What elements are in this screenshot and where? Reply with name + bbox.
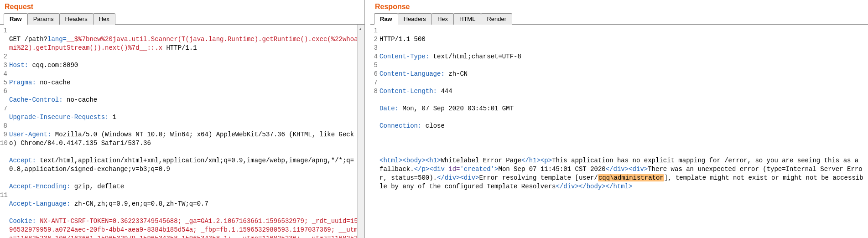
response-line-1[interactable]: HTTP/1.1 500 xyxy=(379,35,864,44)
response-code-area: 1234 567 8 HTTP/1.1 500 Content-Type: te… xyxy=(370,25,868,238)
request-line-6[interactable]: User-Agent: Mozilla/5.0 (Windows NT 10.0… xyxy=(9,130,361,148)
request-tab-hex[interactable]: Hex xyxy=(93,13,115,25)
response-code[interactable]: HTTP/1.1 500 Content-Type: text/html;cha… xyxy=(379,26,868,238)
response-tab-render[interactable]: Render xyxy=(481,13,512,25)
request-tab-headers[interactable]: Headers xyxy=(59,13,94,25)
request-line-7[interactable]: Accept: text/html,application/xhtml+xml,… xyxy=(9,156,361,174)
panels-container: Request Raw Params Headers Hex 1 2345 6 … xyxy=(0,0,868,238)
highlighted-result: cqq\administrator xyxy=(598,174,664,181)
request-line-2[interactable]: Host: cqq.com:8090 xyxy=(9,61,361,70)
response-tab-headers[interactable]: Headers xyxy=(398,13,432,25)
response-line-2[interactable]: Content-Type: text/html;charset=UTF-8 xyxy=(379,52,864,61)
response-tabs: Raw Headers Hex HTML Render xyxy=(370,13,868,25)
response-title: Response xyxy=(370,0,868,13)
request-line-10[interactable]: Cookie: NX-ANTI-CSRF-TOKEN=0.36223374954… xyxy=(9,217,361,238)
response-tab-hex[interactable]: Hex xyxy=(431,13,454,25)
request-code-area: 1 2345 6 7 89 10 11 GET /path?lang=__$%7… xyxy=(0,25,364,238)
request-line-5[interactable]: Upgrade-Insecure-Requests: 1 xyxy=(9,113,361,122)
request-line-8[interactable]: Accept-Encoding: gzip, deflate xyxy=(9,182,361,191)
response-tab-raw[interactable]: Raw xyxy=(374,13,398,25)
response-line-7[interactable] xyxy=(379,139,864,148)
response-panel: Response Raw Headers Hex HTML Render 123… xyxy=(365,0,868,238)
request-code[interactable]: GET /path?lang=__$%7bnew%20java.util.Sca… xyxy=(9,26,364,238)
response-line-5[interactable]: Date: Mon, 07 Sep 2020 03:45:01 GMT xyxy=(379,104,864,113)
request-gutter: 1 2345 6 7 89 10 11 xyxy=(0,26,9,238)
response-line-6[interactable]: Connection: close xyxy=(379,122,864,130)
response-line-3[interactable]: Content-Language: zh-CN xyxy=(379,70,864,78)
response-line-8[interactable]: <html><body><h1>Whitelabel Error Page</h… xyxy=(379,156,864,191)
response-tab-html[interactable]: HTML xyxy=(453,13,481,25)
request-line-4[interactable]: Cache-Control: no-cache xyxy=(9,96,361,104)
request-panel: Request Raw Params Headers Hex 1 2345 6 … xyxy=(0,0,365,238)
request-title: Request xyxy=(0,0,364,13)
request-line-3[interactable]: Pragma: no-cache xyxy=(9,78,361,87)
request-line-9[interactable]: Accept-Language: zh-CN,zh;q=0.9,en;q=0.8… xyxy=(9,200,361,208)
response-line-4[interactable]: Content-Length: 444 xyxy=(379,87,864,96)
request-tab-params[interactable]: Params xyxy=(27,13,60,25)
request-line-1[interactable]: GET /path?lang=__$%7bnew%20java.util.Sca… xyxy=(9,35,361,52)
request-tab-raw[interactable]: Raw xyxy=(4,13,28,25)
request-scrollbar[interactable] xyxy=(357,25,364,238)
response-gutter: 1234 567 8 xyxy=(370,26,379,238)
request-tabs: Raw Params Headers Hex xyxy=(0,13,364,25)
